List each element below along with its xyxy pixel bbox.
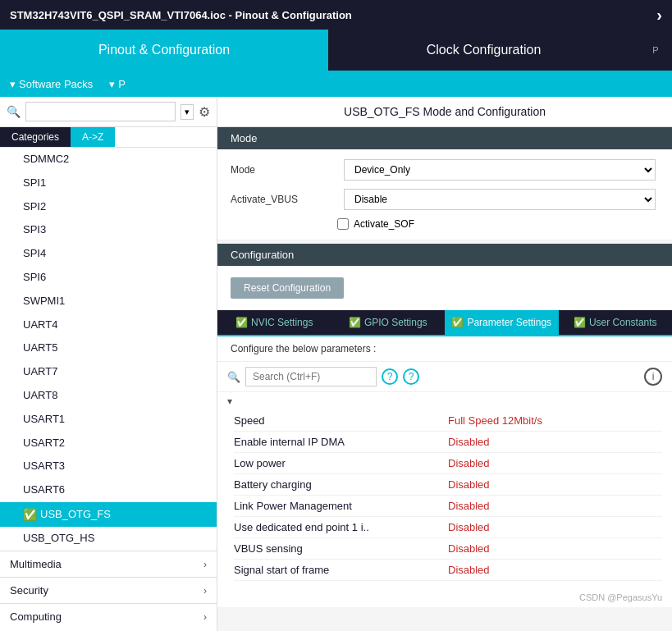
list-item[interactable]: UART7	[0, 360, 217, 384]
sidebar-section-security[interactable]: Security ›	[0, 577, 217, 603]
info-icon[interactable]: i	[644, 368, 662, 386]
param-value: Disabled	[448, 500, 662, 512]
help-icon-1[interactable]: ?	[382, 368, 398, 385]
title-bar: STM32H743VIT6_QSPI_SRAM_VTI7064.ioc - Pi…	[0, 0, 672, 30]
list-item[interactable]: USART3	[0, 455, 217, 478]
search-bar: 🔍 ▾ ⚙	[0, 97, 217, 127]
tab-extra[interactable]: P	[639, 30, 672, 71]
chevron-right-icon-2: ›	[203, 585, 207, 597]
param-name: Low power	[234, 457, 448, 469]
extra-pack-item[interactable]: ▾ P	[109, 78, 126, 90]
list-item[interactable]: UART8	[0, 384, 217, 408]
table-row: VBUS sensing Disabled	[234, 538, 662, 560]
list-item[interactable]: USART6	[0, 478, 217, 502]
list-item[interactable]: UART5	[0, 336, 217, 360]
vbus-row: Activate_VBUS Disable Enable	[231, 189, 659, 210]
param-name: Speed	[234, 414, 448, 427]
param-name: Enable internal IP DMA	[234, 436, 448, 448]
user-label: User Constants	[589, 317, 657, 328]
window-title: STM32H743VIT6_QSPI_SRAM_VTI7064.ioc - Pi…	[10, 9, 352, 21]
list-item[interactable]: SPI2	[0, 195, 217, 219]
tab-gpio-settings[interactable]: ✅ GPIO Settings	[331, 310, 446, 335]
list-item[interactable]: USART2	[0, 432, 217, 455]
mode-section-header: Mode	[217, 127, 672, 149]
table-row: Low power Disabled	[234, 453, 662, 474]
sof-label: Activate_SOF	[354, 218, 414, 230]
chevron-icon: ›	[656, 6, 662, 25]
param-name: Use dedicated end point 1 i..	[234, 521, 448, 533]
software-packs-bar: ▾ Software Packs ▾ P	[0, 71, 672, 97]
software-packs-label: Software Packs	[19, 78, 93, 90]
tab-user-constants[interactable]: ✅ User Constants	[559, 310, 673, 335]
tab-clock[interactable]: Clock Configuration	[328, 30, 639, 71]
gpio-label: GPIO Settings	[364, 317, 427, 328]
table-row: Speed Full Speed 12Mbit/s	[234, 410, 662, 432]
list-item[interactable]: SWPMI1	[0, 290, 217, 313]
mode-section: Mode Device_Only Host_Only Dual Role Act…	[217, 149, 672, 240]
mode-row: Mode Device_Only Host_Only Dual Role	[231, 159, 659, 181]
check-icon: ✅	[23, 505, 37, 524]
mode-label: Mode	[231, 164, 337, 176]
mode-select[interactable]: Device_Only Host_Only Dual Role	[344, 159, 656, 181]
param-value: Disabled	[448, 564, 662, 576]
sidebar-section-multimedia[interactable]: Multimedia ›	[0, 551, 217, 577]
computing-label: Computing	[10, 610, 62, 623]
sidebar-item-usb-otg-fs[interactable]: ✅ USB_OTG_FS	[0, 502, 217, 527]
param-value: Full Speed 12Mbit/s	[448, 414, 662, 427]
search-dropdown[interactable]: ▾	[181, 104, 194, 120]
param-search-input[interactable]	[245, 367, 377, 386]
table-row: Enable internal IP DMA Disabled	[234, 432, 662, 453]
list-item[interactable]: SPI3	[0, 218, 217, 242]
sidebar-section-computing[interactable]: Computing ›	[0, 603, 217, 629]
chevron-down-icon: ▾	[10, 78, 16, 90]
gear-icon[interactable]: ⚙	[199, 104, 210, 120]
chevron-down-icon-2: ▾	[109, 78, 115, 90]
param-value: Disabled	[448, 521, 662, 533]
table-row: Battery charging Disabled	[234, 474, 662, 496]
list-item[interactable]: SPI6	[0, 266, 217, 290]
watermark: CSDN @PegasusYu	[217, 588, 672, 607]
help-icon-2[interactable]: ?	[403, 368, 419, 385]
param-name: Battery charging	[234, 478, 448, 491]
param-name: Signal start of frame	[234, 564, 448, 576]
search-input[interactable]	[25, 102, 176, 121]
security-label: Security	[10, 584, 48, 597]
content-area: USB_OTG_FS Mode and Configuration Mode M…	[217, 97, 672, 631]
param-value: Disabled	[448, 478, 662, 491]
tab-bar: Pinout & Configuration Clock Configurati…	[0, 30, 672, 71]
main-layout: 🔍 ▾ ⚙ Categories A->Z SDMMC2 SPI1 SPI2 S…	[0, 97, 672, 631]
list-item[interactable]: SPI4	[0, 242, 217, 266]
table-row: Link Power Management Disabled	[234, 496, 662, 517]
param-header: Configure the below parameters :	[217, 336, 672, 362]
collapse-arrow[interactable]: ▾	[217, 392, 672, 410]
tab-nvic-settings[interactable]: ✅ NVIC Settings	[217, 310, 331, 335]
list-item[interactable]: SPI1	[0, 171, 217, 195]
check-user-icon: ✅	[574, 317, 586, 328]
selected-item-label: USB_OTG_FS	[40, 506, 111, 524]
content-title: USB_OTG_FS Mode and Configuration	[217, 97, 672, 127]
param-label: Parameter Settings	[467, 317, 551, 328]
list-item[interactable]: UART4	[0, 313, 217, 337]
param-name: Link Power Management	[234, 500, 448, 512]
vbus-select[interactable]: Disable Enable	[344, 189, 656, 210]
param-table: Speed Full Speed 12Mbit/s Enable interna…	[217, 410, 672, 588]
software-packs-item[interactable]: ▾ Software Packs	[10, 78, 93, 90]
param-value: Disabled	[448, 457, 662, 469]
tab-pinout[interactable]: Pinout & Configuration	[0, 30, 328, 71]
list-item[interactable]: USB_OTG_HS	[0, 527, 217, 551]
extra-pack-label: P	[118, 78, 126, 90]
categories-tab[interactable]: Categories	[0, 127, 71, 147]
tab-parameter-settings[interactable]: ✅ Parameter Settings	[445, 310, 559, 335]
search-icon: 🔍	[7, 105, 21, 118]
nvic-label: NVIC Settings	[251, 317, 313, 328]
check-gpio-icon: ✅	[349, 317, 361, 328]
reset-config-button[interactable]: Reset Configuration	[231, 277, 344, 299]
az-tab[interactable]: A->Z	[71, 127, 115, 147]
list-item[interactable]: SDMMC2	[0, 148, 217, 171]
sidebar: 🔍 ▾ ⚙ Categories A->Z SDMMC2 SPI1 SPI2 S…	[0, 97, 217, 631]
sidebar-list: SDMMC2 SPI1 SPI2 SPI3 SPI4 SPI6 SWPMI1 U…	[0, 148, 217, 631]
list-item[interactable]: USART1	[0, 408, 217, 432]
settings-tabs: ✅ NVIC Settings ✅ GPIO Settings ✅ Parame…	[217, 310, 672, 336]
chevron-right-icon: ›	[203, 559, 207, 570]
sof-checkbox[interactable]	[337, 218, 349, 230]
